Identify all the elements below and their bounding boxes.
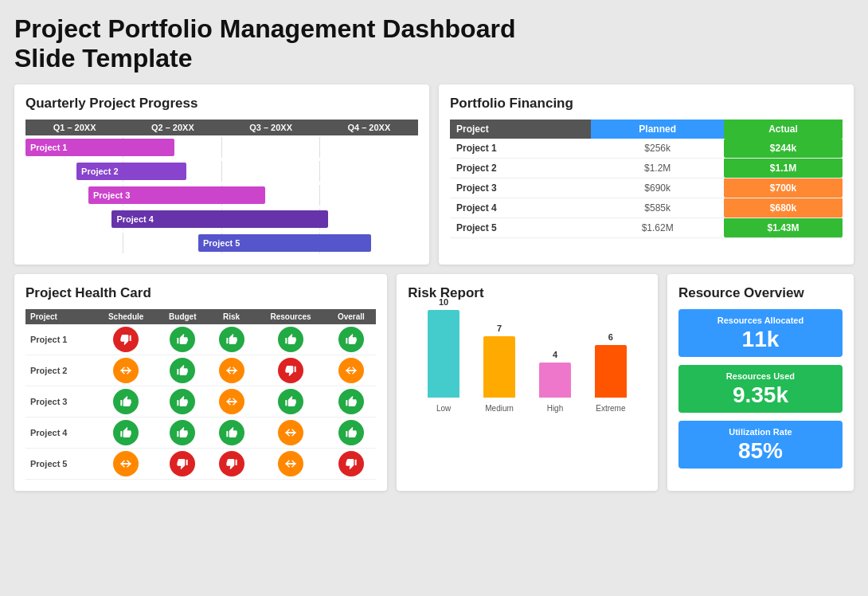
gantt-q3: Q3 – 20XX — [222, 120, 320, 135]
risk-bar-label: Low — [436, 404, 451, 413]
health-th-1: Schedule — [95, 309, 158, 324]
fin-actual-2: $1.1M — [724, 158, 843, 178]
fin-row: Project 2$1.2M$1.1M — [450, 158, 843, 178]
risk-chart: 10Low7Medium4High6Extreme — [408, 309, 647, 413]
gantt-bar-5: Project 5 — [198, 234, 371, 252]
gantt-row: Project 1 — [25, 137, 418, 158]
risk-bar-group: 10Low — [428, 297, 459, 413]
health-icon — [278, 358, 303, 383]
risk-bar — [483, 336, 515, 398]
gantt-row: Project 2 — [25, 161, 418, 182]
health-table: ProjectScheduleBudgetRiskResourcesOveral… — [25, 309, 376, 480]
health-icon — [219, 420, 244, 445]
health-title: Project Health Card — [25, 285, 376, 301]
health-icon — [170, 389, 195, 414]
health-icon-cell — [95, 417, 158, 448]
health-icon-cell — [255, 417, 326, 448]
page-title: Project Portfolio Management Dashboard S… — [14, 14, 854, 73]
fin-row: Project 3$690k$700k — [450, 178, 843, 198]
health-icon — [170, 358, 195, 383]
resource-used-value: 9.35k — [688, 384, 833, 406]
gantt-bar-1: Project 1 — [25, 139, 174, 156]
resource-title: Resource Overview — [678, 285, 843, 301]
gantt-body: Project 1Project 2Project 3Project 4Proj… — [25, 137, 418, 253]
health-icon-cell — [158, 417, 208, 448]
health-icon — [113, 327, 139, 352]
fin-actual-3: $700k — [724, 178, 843, 198]
fin-actual-4: $680k — [724, 198, 843, 218]
health-icon — [219, 451, 244, 476]
fin-project-3: Project 3 — [450, 178, 591, 198]
health-row: Project 5 — [25, 448, 376, 479]
resource-util-box: Utilization Rate 85% — [678, 421, 843, 469]
health-icon-cell — [326, 448, 376, 479]
fin-th-actual: Actual — [724, 120, 843, 139]
health-icon — [170, 420, 195, 445]
risk-bar-group: 4High — [539, 350, 571, 413]
health-icon-cell — [95, 386, 158, 417]
risk-bar-value: 4 — [553, 350, 557, 359]
health-icon-cell — [158, 386, 208, 417]
fin-planned-2: $1.2M — [591, 158, 724, 178]
health-icon-cell — [255, 324, 326, 355]
health-icon — [113, 451, 139, 476]
health-icon-cell — [158, 355, 208, 386]
health-row: Project 3 — [25, 386, 376, 417]
fin-planned-4: $585k — [591, 198, 724, 218]
health-icon — [278, 451, 303, 476]
gantt-bar-4: Project 4 — [111, 210, 327, 228]
health-icon-cell — [208, 324, 255, 355]
health-icon-cell — [208, 417, 255, 448]
risk-bar-value: 6 — [608, 332, 613, 342]
health-icon-cell — [255, 355, 326, 386]
health-icon — [278, 327, 303, 352]
health-icon-cell — [208, 386, 255, 417]
health-icon-cell — [326, 324, 376, 355]
resource-allocated-label: Resources Allocated — [688, 316, 833, 325]
health-icon-cell — [95, 448, 158, 479]
health-icon-cell — [208, 448, 255, 479]
risk-bar-value: 7 — [497, 323, 502, 333]
fin-project-1: Project 1 — [450, 139, 591, 159]
risk-bar-group: 7Medium — [483, 323, 515, 413]
financing-title: Portfolio Financing — [450, 96, 843, 112]
health-icon — [113, 420, 139, 445]
resource-used-box: Resources Used 9.35k — [678, 365, 843, 413]
health-section: Project Health Card ProjectScheduleBudge… — [14, 274, 387, 491]
resource-used-label: Resources Used — [688, 371, 833, 381]
health-project-name: Project 2 — [25, 355, 95, 386]
health-icon-cell — [255, 448, 326, 479]
health-icon — [170, 451, 195, 476]
fin-row: Project 5$1.62M$1.43M — [450, 218, 843, 237]
health-icon-cell — [326, 386, 376, 417]
gantt-q1: Q1 – 20XX — [25, 120, 123, 135]
health-icon — [219, 327, 244, 352]
health-project-name: Project 5 — [25, 448, 95, 479]
gantt-section: Quarterly Project Progress Q1 – 20XX Q2 … — [14, 84, 429, 265]
fin-actual-1: $244k — [724, 139, 843, 159]
health-row: Project 2 — [25, 355, 376, 386]
resource-util-label: Utilization Rate — [688, 427, 833, 437]
financing-table: Project Planned Actual Project 1$256k$24… — [450, 120, 843, 238]
gantt-row: Project 3 — [25, 185, 418, 206]
resource-allocated-value: 11k — [688, 328, 833, 351]
resource-util-value: 85% — [688, 440, 833, 462]
fin-planned-3: $690k — [591, 178, 724, 198]
risk-bar-label: Medium — [485, 404, 514, 413]
health-icon-cell — [326, 417, 376, 448]
health-project-name: Project 4 — [25, 417, 95, 448]
fin-th-project: Project — [450, 120, 591, 139]
health-th-5: Overall — [326, 309, 376, 324]
risk-bar-label: Extreme — [596, 404, 625, 413]
health-icon — [338, 389, 364, 414]
health-th-0: Project — [25, 309, 95, 324]
gantt-row: Project 4 — [25, 209, 418, 229]
health-icon — [113, 389, 139, 414]
health-icon — [278, 389, 303, 414]
health-th-2: Budget — [158, 309, 208, 324]
health-icon-cell — [158, 324, 208, 355]
fin-project-4: Project 4 — [450, 198, 591, 218]
risk-section: Risk Report 10Low7Medium4High6Extreme — [397, 274, 658, 491]
risk-bar — [539, 363, 571, 398]
resource-section: Resource Overview Resources Allocated 11… — [667, 274, 854, 491]
